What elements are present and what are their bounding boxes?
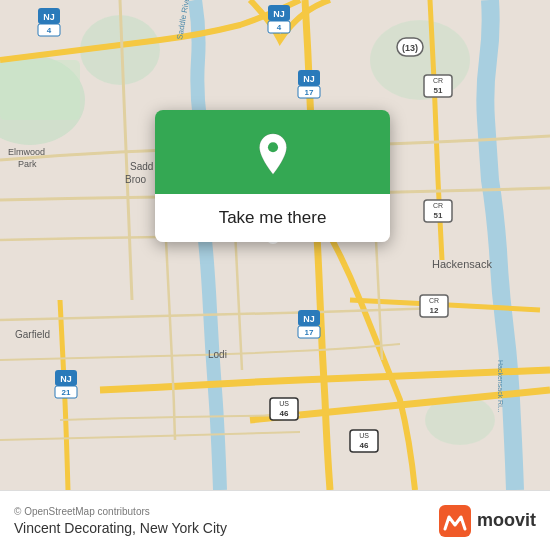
svg-text:Elmwood: Elmwood bbox=[8, 147, 45, 157]
svg-text:US: US bbox=[279, 400, 289, 407]
bottom-bar: © OpenStreetMap contributors Vincent Dec… bbox=[0, 490, 550, 550]
moovit-icon bbox=[439, 505, 471, 537]
svg-text:CR: CR bbox=[433, 202, 443, 209]
svg-text:Broo: Broo bbox=[125, 174, 147, 185]
svg-text:51: 51 bbox=[434, 86, 443, 95]
svg-text:Garfield: Garfield bbox=[15, 329, 50, 340]
moovit-logo: moovit bbox=[439, 505, 536, 537]
svg-text:NJ: NJ bbox=[303, 74, 315, 84]
svg-text:NJ: NJ bbox=[60, 374, 72, 384]
location-name: Vincent Decorating, New York City bbox=[14, 520, 227, 536]
svg-text:NJ: NJ bbox=[273, 9, 285, 19]
bottom-left: © OpenStreetMap contributors Vincent Dec… bbox=[14, 506, 227, 536]
copyright-text: © OpenStreetMap contributors bbox=[14, 506, 227, 517]
popup-card: Take me there bbox=[155, 110, 390, 242]
map-container: NJ 4 NJ 4 NJ 17 NJ 17 CR 51 CR 51 CR 12 … bbox=[0, 0, 550, 490]
svg-text:12: 12 bbox=[430, 306, 439, 315]
svg-text:21: 21 bbox=[62, 388, 71, 397]
svg-text:NJ: NJ bbox=[43, 12, 55, 22]
svg-text:US: US bbox=[359, 432, 369, 439]
map-svg: NJ 4 NJ 4 NJ 17 NJ 17 CR 51 CR 51 CR 12 … bbox=[0, 0, 550, 490]
location-pin-icon bbox=[251, 132, 295, 176]
svg-rect-54 bbox=[439, 505, 471, 537]
take-me-there-button[interactable]: Take me there bbox=[155, 194, 390, 242]
svg-text:4: 4 bbox=[277, 23, 282, 32]
svg-text:4: 4 bbox=[47, 26, 52, 35]
svg-text:CR: CR bbox=[433, 77, 443, 84]
svg-text:Hackensack: Hackensack bbox=[432, 258, 492, 270]
popup-header bbox=[155, 110, 390, 194]
svg-text:NJ: NJ bbox=[303, 314, 315, 324]
moovit-text: moovit bbox=[477, 510, 536, 531]
svg-text:Hackensack Ri...: Hackensack Ri... bbox=[497, 360, 504, 413]
svg-text:Park: Park bbox=[18, 159, 37, 169]
svg-rect-4 bbox=[0, 60, 80, 120]
svg-text:(13): (13) bbox=[402, 43, 418, 53]
svg-text:Sadd: Sadd bbox=[130, 161, 153, 172]
svg-text:17: 17 bbox=[305, 328, 314, 337]
svg-text:CR: CR bbox=[429, 297, 439, 304]
svg-text:Lodi: Lodi bbox=[208, 349, 227, 360]
svg-text:46: 46 bbox=[360, 441, 369, 450]
svg-text:46: 46 bbox=[280, 409, 289, 418]
svg-point-53 bbox=[267, 142, 277, 152]
svg-text:17: 17 bbox=[305, 88, 314, 97]
svg-point-3 bbox=[370, 20, 470, 100]
svg-text:51: 51 bbox=[434, 211, 443, 220]
